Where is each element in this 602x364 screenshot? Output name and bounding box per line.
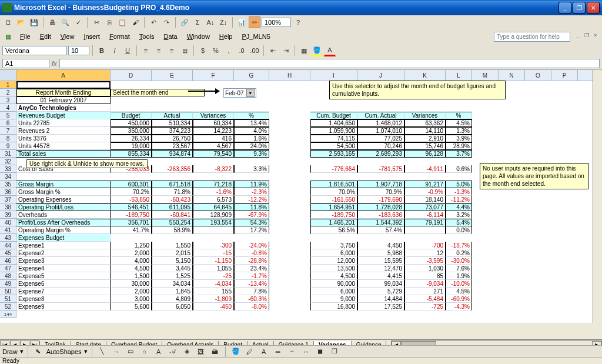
save-icon[interactable]: 💾 — [28, 16, 40, 28]
col-header-P[interactable]: P — [551, 70, 578, 81]
cell-J40[interactable]: 1,544,392 — [357, 219, 404, 226]
cell-G51[interactable]: -60.3% — [234, 295, 269, 303]
row-header-48[interactable]: 48 — [0, 272, 16, 280]
cell-K6[interactable]: 63,362 — [404, 119, 446, 127]
cell-I52[interactable]: 16,800 — [310, 303, 357, 310]
line-style-icon[interactable]: ═ — [272, 346, 284, 358]
redo-icon[interactable]: ↷ — [160, 16, 172, 28]
cell-K9[interactable]: 15,746 — [404, 142, 446, 150]
menu-window[interactable]: Window — [182, 32, 215, 41]
cell-K46[interactable]: -3,595 — [404, 257, 446, 265]
textbox-icon[interactable]: A — [153, 346, 165, 358]
picture-icon[interactable]: 🏔 — [209, 346, 221, 358]
help-icon[interactable]: ? — [292, 16, 304, 28]
row-header-32[interactable]: 32 — [0, 158, 16, 165]
row-header-39[interactable]: 39 — [0, 211, 16, 219]
row-header-4[interactable]: 4 — [0, 104, 16, 112]
cell-F50[interactable]: 155 — [193, 288, 234, 295]
cell-I9[interactable]: 54,500 — [310, 142, 357, 150]
sort-asc-icon[interactable]: A↓ — [205, 16, 216, 28]
row-header-3[interactable]: 3 — [0, 96, 16, 104]
cell-G50[interactable]: 7.8% — [234, 288, 269, 295]
menu-help[interactable]: Help — [215, 32, 238, 41]
cell-D9[interactable]: 19,000 — [111, 142, 152, 150]
cell-K50[interactable]: 271 — [404, 288, 446, 295]
cell-D41[interactable]: 41.7% — [111, 226, 152, 234]
cell-L45[interactable]: 0.2% — [446, 249, 472, 257]
preview-icon[interactable]: 🔍 — [59, 16, 71, 28]
cell-G41[interactable]: 17.2% — [234, 226, 269, 234]
cell-A51[interactable]: Expense8 — [16, 295, 111, 303]
cell-E38[interactable]: 611,095 — [152, 203, 193, 211]
menu-tools[interactable]: Tools — [135, 32, 159, 41]
cell-K37[interactable]: 18,140 — [404, 196, 446, 203]
cell-I50[interactable]: 6,000 — [310, 288, 357, 295]
inc-decimal-icon[interactable]: .0 — [236, 45, 248, 56]
dash-style-icon[interactable]: ┈ — [286, 346, 298, 358]
cell-J52[interactable]: 17,525 — [357, 303, 404, 310]
cell-J36[interactable]: 70.9% — [357, 188, 404, 196]
cell-G31[interactable]: 9.3% — [234, 150, 269, 158]
comma-icon[interactable]: , — [223, 45, 235, 56]
row-header-51[interactable]: 51 — [0, 295, 16, 303]
cell-L39[interactable]: 3.2% — [446, 211, 472, 219]
cell-I51[interactable]: 9,000 — [310, 295, 357, 303]
cell-L9[interactable]: 28.9% — [446, 142, 472, 150]
cell-F5[interactable]: Variances — [193, 112, 234, 119]
cell-E47[interactable]: 3,445 — [152, 265, 193, 272]
cell-G6[interactable]: 13.4% — [234, 119, 269, 127]
row-header-36[interactable]: 36 — [0, 188, 16, 196]
dropdown-arrow-icon[interactable]: ▼ — [246, 89, 255, 97]
cell-F37[interactable]: 6,573 — [193, 196, 234, 203]
cell-G33[interactable]: 3.3% — [234, 165, 269, 173]
underline-icon[interactable]: U — [122, 45, 133, 56]
cell-A46[interactable]: Expense3 — [16, 257, 111, 265]
row-header-2[interactable]: 2 — [0, 89, 16, 96]
cell-E40[interactable]: 550,254 — [152, 219, 193, 226]
row-header-40[interactable]: 40 — [0, 219, 16, 226]
maximize-button[interactable]: ❐ — [573, 2, 586, 14]
cell-A8[interactable]: Units 3376 — [16, 135, 111, 142]
cell-F9[interactable]: 4,567 — [193, 142, 234, 150]
cell-F51[interactable]: -1,809 — [193, 295, 234, 303]
align-left-icon[interactable]: ≡ — [140, 45, 152, 56]
cell-J31[interactable]: 2,689,293 — [357, 150, 404, 158]
row-header-34[interactable]: 34 — [0, 173, 16, 181]
cell-D46[interactable]: 4,000 — [111, 257, 152, 265]
cell-D35[interactable]: 600,301 — [111, 181, 152, 188]
cell-G37[interactable]: -12.2% — [234, 196, 269, 203]
cell-G5[interactable]: % — [234, 112, 269, 119]
fill-color-icon[interactable]: 🪣 — [311, 45, 323, 56]
cell-A35[interactable]: Gross Margin — [16, 181, 111, 188]
cell-E51[interactable]: 4,809 — [152, 295, 193, 303]
cell-I33[interactable]: -776,664 — [310, 165, 357, 173]
cell-A36[interactable]: Gross Margin % — [16, 188, 111, 196]
cell-E36[interactable]: 71.8% — [152, 188, 193, 196]
cell-I47[interactable]: 13,500 — [310, 265, 357, 272]
cell-I38[interactable]: 1,654,951 — [310, 203, 357, 211]
cell-F35[interactable]: 71,218 — [193, 181, 234, 188]
cell-K48[interactable]: 85 — [404, 272, 446, 280]
line-icon[interactable]: ╲ — [96, 346, 108, 358]
cell-D38[interactable]: 546,451 — [111, 203, 152, 211]
cell-E45[interactable]: 2,015 — [152, 249, 193, 257]
help-search[interactable] — [494, 32, 570, 42]
cell-G38[interactable]: 11.8% — [234, 203, 269, 211]
cell-G9[interactable]: 24.0% — [234, 142, 269, 150]
cell-E5[interactable]: Actual — [152, 112, 193, 119]
cell-K33[interactable]: -4,911 — [404, 165, 446, 173]
cell-I36[interactable]: 70.0% — [310, 188, 357, 196]
col-header-F[interactable]: F — [193, 70, 234, 81]
cell-G44[interactable]: -24.0% — [234, 242, 269, 249]
doc-minimize-button[interactable]: _ — [574, 32, 582, 41]
cell-L37[interactable]: -11.2% — [446, 196, 472, 203]
cell-I49[interactable]: 90,000 — [310, 280, 357, 288]
dec-indent-icon[interactable]: ⇤ — [267, 45, 279, 56]
cell-D31[interactable]: 855,334 — [111, 150, 152, 158]
cell-I40[interactable]: 1,465,201 — [310, 219, 357, 226]
cell-A4[interactable]: AnyCo Technologies — [16, 104, 111, 112]
col-header-E[interactable]: E — [152, 70, 193, 81]
3d-icon[interactable]: ❒ — [329, 346, 340, 358]
cell-A50[interactable]: Expense7 — [16, 288, 111, 295]
spell-icon[interactable]: ✓ — [72, 16, 84, 28]
